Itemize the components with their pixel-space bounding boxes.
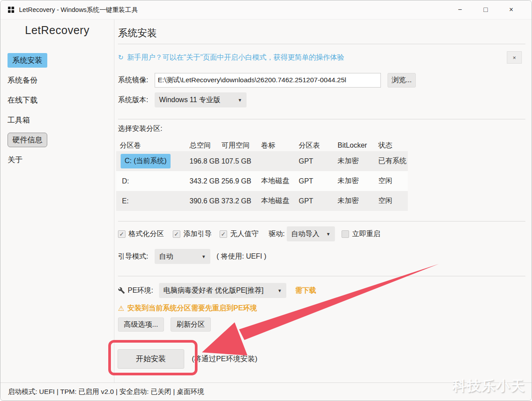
- newbie-tip-banner: ↻ 新手用户？可以在"关于"页面中开启小白模式，获得更简单的操作体验: [118, 51, 505, 64]
- sidebar-item-system-backup[interactable]: 系统备份: [0, 70, 114, 90]
- partition-table: 分区卷 总空间 可用空间 卷标 分区表 BitLocker 状态 C: (当前系…: [116, 140, 408, 211]
- window-title: LetRecovery - Windows系统一键重装工具: [19, 6, 138, 14]
- chevron-down-icon: ▼: [326, 232, 331, 237]
- pe-environment-row: PE环境: 电脑病毒爱好者 优化版PE[推荐] ▼ 需下载: [118, 283, 316, 298]
- minimize-button[interactable]: −: [447, 6, 473, 14]
- boot-mode-label: 引导模式:: [118, 252, 155, 261]
- window-controls: − □ ×: [447, 6, 524, 14]
- boot-mode-row: 引导模式: 自动 ▼ ( 将使用: UEFI ): [118, 249, 266, 264]
- checkbox-unchecked-icon[interactable]: [342, 230, 349, 238]
- sidebar: LetRecovery 系统安装 系统备份 在线下载 工具箱 硬件信息 关于: [0, 19, 114, 382]
- partition-table-header: 分区卷 总空间 可用空间 卷标 分区表 BitLocker 状态: [116, 140, 408, 151]
- pe-environment-dropdown[interactable]: 电脑病毒爱好者 优化版PE[推荐] ▼: [159, 283, 286, 298]
- partition-section-title: 选择安装分区:: [118, 124, 162, 134]
- sidebar-item-about[interactable]: 关于: [0, 150, 114, 170]
- banner-text: 新手用户？可以在"关于"页面中开启小白模式，获得更简单的操作体验: [127, 53, 344, 62]
- title-bar: LetRecovery - Windows系统一键重装工具 − □ ×: [0, 0, 532, 19]
- app-logo: LetRecovery: [0, 24, 114, 37]
- divider: [118, 276, 525, 276]
- sidebar-item-online-download[interactable]: 在线下载: [0, 90, 114, 110]
- app-window: LetRecovery - Windows系统一键重装工具 − □ × LetR…: [0, 0, 532, 401]
- hint-icon: ↻: [118, 53, 124, 61]
- sidebar-nav: 系统安装 系统备份 在线下载 工具箱 硬件信息 关于: [0, 50, 114, 170]
- maximize-button[interactable]: □: [473, 6, 498, 14]
- divider: [118, 44, 525, 44]
- selected-partition-chip: C: (当前系统): [121, 154, 171, 168]
- unattended-option[interactable]: ✓ 无人值守: [220, 226, 258, 241]
- start-install-button[interactable]: 开始安装: [118, 349, 184, 369]
- checkbox-checked-icon[interactable]: ✓: [118, 230, 125, 238]
- close-icon: ×: [513, 54, 516, 61]
- install-options-row: ✓ 格式化分区 ✓ 添加引导 ✓ 无人值守 驱动: 自动导入 ▼ 立即重启: [118, 226, 502, 241]
- banner-close-button[interactable]: ×: [507, 51, 522, 64]
- divider: [118, 119, 525, 119]
- browse-button[interactable]: 浏览...: [388, 73, 416, 88]
- driver-label: 驱动:: [269, 226, 285, 241]
- boot-mode-dropdown[interactable]: 自动 ▼: [155, 249, 210, 264]
- pe-warning: ⚠ 安装到当前系统分区需要先重启到PE环境: [118, 304, 257, 313]
- checkbox-checked-icon[interactable]: ✓: [173, 230, 180, 238]
- system-version-row: 系统版本: Windows 11 专业版 ▼: [118, 92, 247, 107]
- system-version-label: 系统版本:: [118, 95, 155, 105]
- boot-mode-note: ( 将使用: UEFI ): [217, 252, 266, 261]
- partition-row-e[interactable]: E: 390.6 GB 373.2 GB 本地磁盘 GPT 未加密 空闲: [116, 191, 408, 211]
- windows-logo-icon: [8, 7, 14, 13]
- warning-icon: ⚠: [118, 304, 124, 313]
- chevron-down-icon: ▼: [277, 288, 282, 293]
- format-partition-option[interactable]: ✓ 格式化分区: [118, 226, 164, 241]
- wrench-icon: [118, 287, 125, 294]
- pe-download-hint: 需下载: [295, 286, 316, 295]
- close-button[interactable]: ×: [498, 6, 524, 14]
- add-boot-option[interactable]: ✓ 添加引导: [173, 226, 212, 241]
- advanced-options-button[interactable]: 高级选项...: [118, 317, 164, 332]
- status-bar: 启动模式: UEFI | TPM: 已启用 v2.0 | 安全启动: 已关闭 |…: [0, 382, 532, 401]
- checkbox-checked-icon[interactable]: ✓: [220, 230, 227, 238]
- reboot-now-option[interactable]: 立即重启: [342, 226, 380, 241]
- install-note: (将通过PE环境安装): [192, 354, 258, 364]
- install-row: 开始安装 (将通过PE环境安装): [118, 349, 258, 369]
- partition-row-d[interactable]: D: 343.2 GB 256.9 GB 本地磁盘 GPT 未加密 空闲: [116, 171, 408, 191]
- system-version-dropdown[interactable]: Windows 11 专业版 ▼: [155, 92, 247, 107]
- system-image-path-input[interactable]: [155, 73, 381, 88]
- sidebar-item-hardware-info[interactable]: 硬件信息: [0, 130, 114, 150]
- divider: [118, 221, 525, 222]
- system-image-row: 系统镜像: 浏览...: [118, 73, 416, 88]
- refresh-partitions-button[interactable]: 刷新分区: [171, 317, 211, 332]
- chevron-down-icon: ▼: [238, 98, 242, 103]
- system-image-label: 系统镜像:: [118, 76, 155, 85]
- watermark: 科技乐小天: [452, 377, 525, 395]
- sidebar-item-toolbox[interactable]: 工具箱: [0, 110, 114, 130]
- partition-row-c[interactable]: C: (当前系统) 196.8 GB 107.5 GB GPT 未加密 已有系统: [116, 151, 408, 171]
- page-title: 系统安装: [118, 27, 157, 40]
- secondary-buttons-row: 高级选项... 刷新分区: [118, 317, 211, 332]
- pe-environment-label: PE环境:: [128, 286, 153, 295]
- driver-dropdown[interactable]: 自动导入 ▼: [287, 226, 335, 241]
- status-text: 启动模式: UEFI | TPM: 已启用 v2.0 | 安全启动: 已关闭 |…: [8, 387, 204, 397]
- sidebar-item-system-install[interactable]: 系统安装: [0, 50, 114, 70]
- chevron-down-icon: ▼: [201, 254, 206, 259]
- main-content: 系统安装 ↻ 新手用户？可以在"关于"页面中开启小白模式，获得更简单的操作体验 …: [115, 19, 532, 382]
